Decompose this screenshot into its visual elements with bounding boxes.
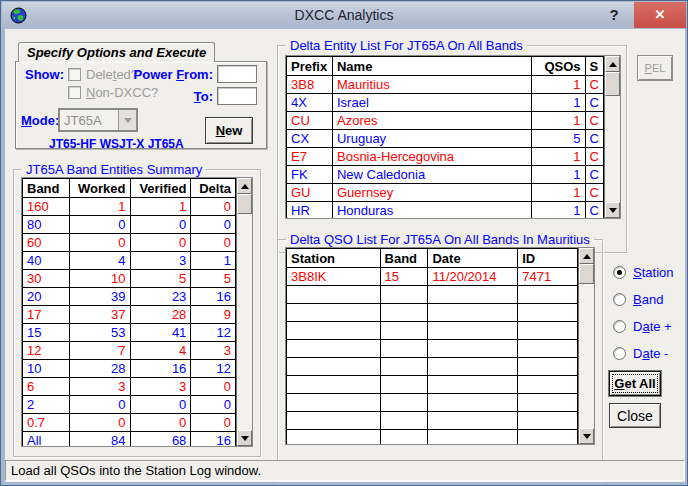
arrow-up-icon [583,254,591,259]
header-row: Station Band Date ID [287,249,578,268]
band-summary-scrollbar[interactable] [236,178,252,446]
scrollbar-down-button[interactable] [579,428,594,444]
scrollbar-track[interactable] [579,284,594,428]
col-worked: Worked [69,179,130,198]
header-row: Band Worked Verified Delta [23,179,236,198]
qso-row[interactable] [287,340,578,358]
band-row[interactable]: 60 0 0 0 [23,234,236,252]
scrollbar-up-button[interactable] [605,56,620,72]
scrollbar-down-button[interactable] [237,430,252,446]
qso-row[interactable]: 3B8IK 15 11/20/2014 7471 [287,268,578,286]
show-label: Show: [25,67,64,82]
band-row[interactable]: 10 28 16 12 [23,360,236,378]
entity-row[interactable]: 3B8 Mauritius 1 C [287,76,604,94]
radio-button-icon [613,266,626,279]
get-all-button[interactable]: Get All [609,371,661,396]
close-window-button[interactable]: ✕ [634,2,686,28]
scrollbar-thumb[interactable] [605,72,620,96]
scrollbar-down-button[interactable] [605,202,620,218]
entity-row[interactable]: CX Uruguay 5 C [287,130,604,148]
radio-station-label: Station [633,265,673,280]
qso-row[interactable] [287,430,578,446]
deleted-checkbox [68,68,81,81]
band-row[interactable]: 17 37 28 9 [23,306,236,324]
client-area: Specify Options and Execute N/A Show: De… [5,29,685,482]
col-band: Band [380,249,428,268]
chevron-down-icon [124,118,132,123]
radio-button-icon [613,347,626,360]
band-row[interactable]: 160 1 1 0 [23,198,236,216]
band-row[interactable]: 0.7 0 0 0 [23,414,236,432]
qso-row[interactable] [287,394,578,412]
band-summary-group-title: JT65A Band Entities Summary [22,162,206,177]
header-row: Prefix Name QSOs S [287,57,604,76]
mode-label: Mode: [21,113,59,128]
close-button[interactable]: Close [609,403,661,428]
band-row[interactable]: 15 53 41 12 [23,324,236,342]
entity-row[interactable]: 4X Israel 1 C [287,94,604,112]
band-row[interactable]: 20 39 23 16 [23,288,236,306]
entity-list-table: Prefix Name QSOs S 3B8 Mauritius 1 C [286,56,604,219]
entity-row[interactable]: E7 Bosnia-Hercegovina 1 C [287,148,604,166]
col-qsos: QSOs [531,57,585,76]
radio-date-minus-label: Date - [633,346,668,361]
qso-list-group-title: Delta QSO List For JT65A On All Bands In… [286,232,594,247]
mode-combobox-value: JT65A [60,113,118,128]
qso-list-scrollbar[interactable] [578,248,594,444]
scrollbar-up-button[interactable] [579,248,594,264]
entity-row[interactable]: CU Azores 1 C [287,112,604,130]
band-row[interactable]: 6 3 3 0 [23,378,236,396]
col-prefix: Prefix [287,57,333,76]
status-bar: Load all QSOs into the Station Log windo… [5,460,685,481]
radio-station[interactable]: Station [613,265,673,280]
band-row[interactable]: 2 0 0 0 [23,396,236,414]
tab-specify-options[interactable]: Specify Options and Execute [18,42,215,62]
radio-date-minus[interactable]: Date - [613,346,668,361]
qso-row[interactable] [287,322,578,340]
power-to-label: To: [105,89,213,104]
pel-button: PEL [637,55,673,81]
scrollbar-up-button[interactable] [237,178,252,194]
band-row[interactable]: 40 4 3 1 [23,252,236,270]
radio-button-icon [613,320,626,333]
col-delta: Delta [191,179,236,198]
help-button[interactable]: ? [604,6,624,26]
qso-row[interactable] [287,412,578,430]
scrollbar-track[interactable] [605,96,620,202]
scrollbar-thumb[interactable] [237,194,252,214]
qso-row[interactable] [287,286,578,304]
qso-row[interactable] [287,304,578,322]
col-verified: Verified [130,179,191,198]
qso-row[interactable] [287,358,578,376]
entity-row[interactable]: GU Guernsey 1 C [287,184,604,202]
col-name: Name [332,57,531,76]
entity-row[interactable]: FK New Caledonia 1 C [287,166,604,184]
non-dxcc-checkbox [68,86,81,99]
entity-row[interactable]: HR Honduras 1 C [287,202,604,220]
dxcc-analytics-window: DXCC Analytics ? ✕ Specify Options and E… [0,0,688,486]
arrow-down-icon [609,208,617,213]
new-button[interactable]: New [205,117,253,144]
scrollbar-track[interactable] [237,214,252,430]
scrollbar-thumb[interactable] [579,264,594,284]
mode-note: JT65-HF WSJT-X JT65A [49,137,184,151]
entity-list-group-title: Delta Entity List For JT65A On All Bands [286,38,527,53]
band-row[interactable]: 80 0 0 0 [23,216,236,234]
qso-list-grid: Station Band Date ID 3B8IK 15 11/20/2014… [285,247,595,445]
band-row[interactable]: 12 7 4 3 [23,342,236,360]
entity-list-scrollbar[interactable] [604,56,620,218]
power-from-label: Power From: [105,67,213,82]
radio-date-plus-label: Date + [633,319,672,334]
band-summary-grid: Band Worked Verified Delta 160 1 1 0 [21,177,253,447]
radio-date-plus[interactable]: Date + [613,319,672,334]
band-row[interactable]: All 84 68 16 [23,432,236,448]
band-summary-table: Band Worked Verified Delta 160 1 1 0 [22,178,236,447]
power-to-input[interactable] [217,87,257,105]
power-from-input[interactable] [217,65,257,83]
band-row[interactable]: 30 10 5 5 [23,270,236,288]
col-id: ID [518,249,578,268]
qso-list-table: Station Band Date ID 3B8IK 15 11/20/2014… [286,248,578,445]
qso-row[interactable] [287,376,578,394]
tab-label: Specify Options and Execute [27,45,206,60]
radio-band[interactable]: Band [613,292,663,307]
